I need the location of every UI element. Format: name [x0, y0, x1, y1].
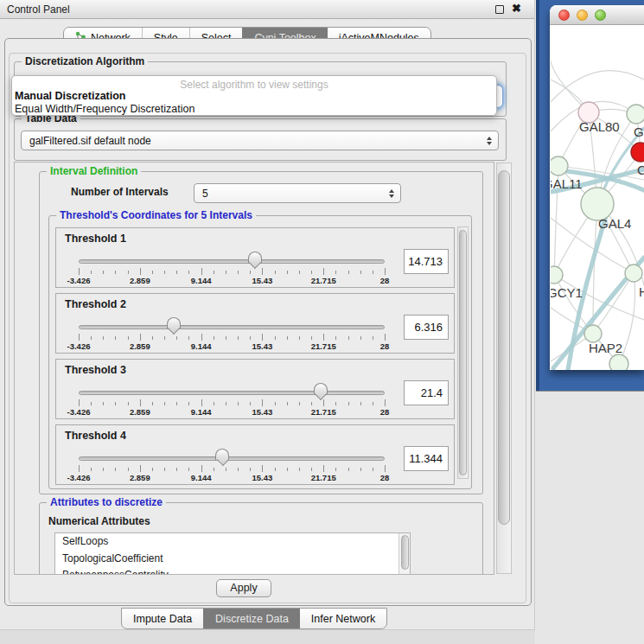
- tick-mark: [373, 402, 373, 405]
- threshold-value-input[interactable]: [404, 315, 449, 340]
- network-node-green[interactable]: [551, 156, 568, 175]
- bottom-tab-bar: Impute Data Discretize Data Infer Networ…: [121, 608, 387, 629]
- threshold-slider-track[interactable]: [79, 456, 385, 461]
- thresholds-scrollbar[interactable]: [457, 226, 469, 479]
- tick-mark: [214, 468, 214, 471]
- attribute-list-item[interactable]: BetweennessCentrality: [55, 567, 410, 575]
- threshold-slider-track[interactable]: [79, 325, 385, 329]
- slider-scale-label: 9.144: [191, 473, 212, 482]
- number-of-intervals-combobox[interactable]: 5: [194, 183, 401, 203]
- stepper-arrows-icon: [389, 189, 394, 198]
- slider-scale-label: -3.426: [67, 341, 91, 351]
- tick-mark: [250, 468, 251, 471]
- threshold-slider-thumb[interactable]: [248, 252, 262, 263]
- network-node-label: H: [639, 284, 644, 299]
- tick-mark: [115, 271, 116, 274]
- tick-mark: [140, 334, 141, 341]
- slider-scale-label: 15.43: [252, 407, 273, 417]
- network-node-green[interactable]: [584, 325, 602, 342]
- attribute-list-item[interactable]: SelfLoops: [55, 533, 410, 551]
- tick-mark: [335, 468, 336, 471]
- menu-item-manual-discretization[interactable]: Manual Discretization: [15, 90, 126, 102]
- tick-mark: [299, 468, 300, 471]
- group-title: Attributes to discretize: [47, 496, 166, 508]
- slider-scale-labels: -3.4262.8599.14415.4321.71528: [79, 473, 385, 483]
- tick-mark: [128, 336, 129, 340]
- apply-button[interactable]: Apply: [216, 579, 271, 597]
- network-node-green[interactable]: [627, 105, 644, 124]
- attribute-list-item[interactable]: TopologicalCoefficient: [55, 551, 410, 568]
- network-node-green[interactable]: [625, 265, 642, 282]
- tick-mark: [201, 465, 202, 472]
- close-traffic-light-icon[interactable]: [558, 10, 570, 21]
- tick-mark: [188, 336, 189, 340]
- tick-mark: [176, 402, 177, 405]
- tick-mark: [91, 336, 92, 340]
- threshold-rows: Threshold 1 -3.4262.8599.14415.4321.7152…: [55, 227, 455, 490]
- close-icon[interactable]: ✖: [512, 2, 521, 15]
- tick-mark: [128, 271, 129, 274]
- threshold-value-input[interactable]: [404, 380, 449, 405]
- number-of-intervals-value: 5: [202, 188, 208, 200]
- threshold-row: Threshold 3 -3.4262.8599.14415.4321.7152…: [55, 359, 455, 419]
- slider-scale-label: 21.715: [311, 341, 336, 351]
- float-window-icon[interactable]: [495, 5, 504, 14]
- network-node-green[interactable]: [609, 354, 628, 370]
- tick-mark: [140, 399, 141, 406]
- tick-mark: [323, 399, 324, 406]
- attributes-to-discretize-group: Attributes to discretize Numerical Attri…: [39, 502, 483, 575]
- network-node-green[interactable]: [551, 266, 563, 284]
- number-of-intervals-label: Number of Intervals: [71, 186, 169, 198]
- threshold-slider-thumb[interactable]: [314, 383, 328, 394]
- tick-mark: [275, 336, 276, 340]
- slider-scale-label: 15.43: [252, 341, 273, 351]
- tick-mark: [91, 468, 92, 471]
- tick-mark: [201, 334, 202, 341]
- threshold-slider-track[interactable]: [79, 391, 385, 395]
- slider-scale-label: 28: [380, 276, 390, 285]
- tab-discretize-data[interactable]: Discretize Data: [203, 609, 300, 628]
- tick-mark: [164, 271, 165, 274]
- threshold-value-input[interactable]: [404, 249, 449, 274]
- tick-mark: [311, 402, 312, 405]
- tab-label: Discretize Data: [215, 613, 289, 625]
- tick-mark: [103, 468, 104, 471]
- zoom-traffic-light-icon[interactable]: [595, 10, 606, 21]
- threshold-value-input[interactable]: [404, 446, 449, 471]
- attributes-scrollbar-thumb[interactable]: [401, 535, 409, 570]
- tab-impute-data[interactable]: Impute Data: [122, 609, 203, 628]
- tick-mark: [140, 465, 141, 472]
- control-panel-titlebar: Control Panel ✖: [0, 0, 534, 19]
- tick-mark: [360, 271, 361, 274]
- slider-scale-label: 28: [380, 341, 390, 351]
- table-data-combobox[interactable]: galFiltered.sif default node: [21, 131, 499, 150]
- tab-infer-network[interactable]: Infer Network: [300, 609, 386, 628]
- tick-mark: [287, 468, 288, 471]
- thresholds-scrollbar-thumb[interactable]: [459, 230, 467, 475]
- group-title: Discretization Algorithm: [22, 55, 148, 67]
- tick-mark: [214, 336, 214, 340]
- tick-mark: [91, 271, 92, 274]
- threshold-slider-thumb[interactable]: [215, 449, 229, 460]
- tick-mark: [164, 402, 165, 405]
- threshold-slider-thumb[interactable]: [167, 317, 181, 328]
- threshold-slider-track[interactable]: [79, 259, 385, 264]
- network-edge[interactable]: [593, 273, 634, 334]
- panel-scrollbar-thumb[interactable]: [498, 170, 510, 525]
- slider-scale-label: 15.43: [252, 276, 273, 285]
- tick-mark: [152, 468, 153, 471]
- tick-mark: [348, 468, 349, 471]
- tick-mark: [360, 468, 361, 471]
- network-canvas[interactable]: GAL80G.CGAL11GAL4GCY1HHAP2: [551, 25, 644, 370]
- tick-mark: [214, 402, 214, 405]
- tick-mark: [311, 336, 312, 340]
- slider-scale-label: 2.859: [130, 341, 150, 351]
- tick-mark: [238, 336, 239, 340]
- network-graph[interactable]: GAL80G.CGAL11GAL4GCY1HHAP2: [551, 25, 644, 370]
- minimize-traffic-light-icon[interactable]: [577, 10, 588, 21]
- network-node-red[interactable]: [631, 143, 644, 162]
- tick-mark: [323, 465, 324, 472]
- menu-item-equal-width-frequency[interactable]: Equal Width/Frequency Discretization: [15, 103, 194, 115]
- panel-scrollbar[interactable]: [496, 163, 512, 574]
- attributes-scrollbar[interactable]: [399, 533, 410, 575]
